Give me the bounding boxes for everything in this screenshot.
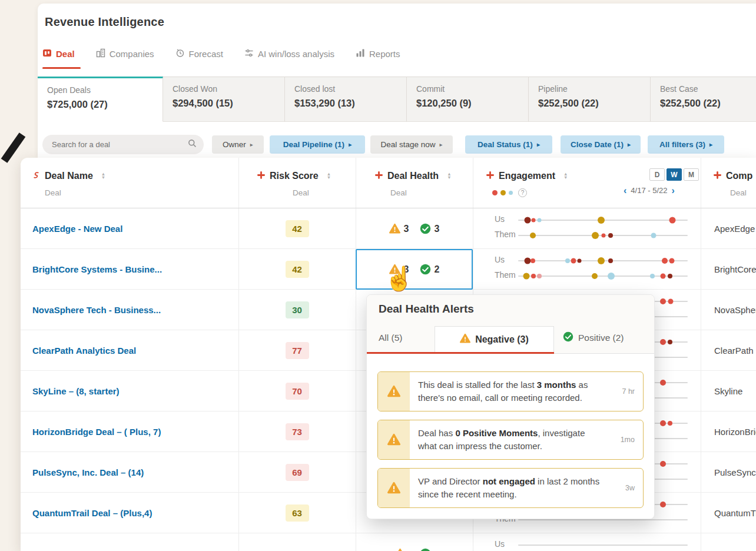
screenshot-root: Revenue Intelligence Deal Companies Fore… [0,0,756,551]
us-label: Us [495,255,505,264]
card-closed-won[interactable]: Closed Won $294,500 (15) [163,77,285,122]
filter-owner[interactable]: Owner▸ [212,135,264,154]
alert-card[interactable]: VP and Director not engaged in last 2 mo… [377,468,644,508]
card-open-deals[interactable]: Open Deals $725,000 (27) [38,77,163,122]
popup-tab-positive[interactable]: Positive (2) [563,323,624,352]
sort-icon[interactable]: ▲▼ [101,172,105,180]
engagement-dot [668,299,674,304]
filter-deal-status[interactable]: Deal Status (1)▸ [465,135,552,154]
card-commit[interactable]: Commit $120,250 (9) [407,77,529,122]
engagement-dot [598,217,605,224]
engagement-cell[interactable]: Us Them [473,249,701,290]
forecast-icon [175,48,185,59]
deal-search[interactable] [42,135,204,154]
tab-deal[interactable]: Deal [42,48,75,59]
column-title[interactable]: Deal Name [45,171,93,181]
sort-icon[interactable]: ▲▼ [327,172,331,180]
card-value: $153,290 (13) [294,98,397,109]
deal-health-cell[interactable]: 3 3 [356,208,473,249]
engagement-cell[interactable]: Us Them [473,533,701,551]
deal-health-cell[interactable] [356,533,473,551]
deal-name-link[interactable]: HorizonBridge Deal – ( Plus, 7) [32,411,233,452]
table-header: Deal Name ▲▼ Deal Risk Score ▲▼ Deal Dea… [21,158,756,208]
tab-ai-winloss[interactable]: AI win/loss analysis [244,48,334,59]
deal-name-link[interactable]: NovaSphere Tech - Business... [32,290,233,330]
card-closed-lost[interactable]: Closed lost $153,290 (13) [285,77,407,122]
card-best-case[interactable]: Best Case $252,500 (22) [651,77,756,122]
tab-ai-winloss-label: AI win/loss analysis [258,49,334,59]
check-icon [420,223,431,234]
tab-forecast[interactable]: Forecast [175,48,223,59]
toggle-month-button[interactable]: M [684,168,699,181]
filter-close-date[interactable]: Close Date (1)▸ [561,135,641,154]
field-cross-icon [714,171,721,181]
deal-name-link[interactable]: SkyLine – (8, starter) [32,371,233,411]
deal-name-link[interactable]: PulseSync, Inc. Deal – (14) [32,452,233,493]
table-row: Us Them [21,533,756,551]
deal-health-cell[interactable]: 3 2 [356,249,473,290]
alert-time: 7 hr [622,387,635,396]
main-nav: Deal Companies Forecast AI win/loss anal… [42,48,400,59]
alert-card[interactable]: This deal is stalled for the last 3 mont… [377,371,644,411]
warning-icon [378,469,410,507]
popup-tab-label: All (5) [379,333,402,343]
engagement-dot [669,217,676,224]
alert-time: 3w [625,484,635,492]
negative-alert-count: 3 [404,224,409,234]
tab-forecast-label: Forecast [189,49,223,59]
engagement-cell[interactable]: Us Them [473,208,701,249]
warning-icon [378,420,410,459]
engagement-dot [660,298,666,304]
engagement-dot [668,274,672,278]
company-cell: Skyline [701,371,756,411]
tab-reports[interactable]: Reports [356,48,400,59]
table-row: BrightCore Systems - Busine... 42 3 2 Us… [21,249,756,290]
column-title[interactable]: Engagement [499,171,555,181]
toggle-week-button[interactable]: W [667,168,682,181]
risk-score-cell [238,533,356,551]
deal-name-link[interactable]: ApexEdge - New Deal [32,208,233,249]
deal-name-link[interactable]: BrightCore Systems - Busine... [32,249,233,290]
prev-range-icon[interactable]: ‹ [624,187,626,195]
card-value: $725,000 (27) [47,99,153,110]
engagement-dot [660,461,666,467]
reports-icon [356,48,365,59]
deal-name-link[interactable]: ClearPath Analytics Deal [32,330,233,371]
column-title[interactable]: Deal Health [387,171,439,181]
popup-tab-all[interactable]: All (5) [379,323,402,352]
legend-dot-red [492,190,498,195]
help-icon[interactable]: ? [518,188,527,197]
engagement-dot [524,217,530,224]
field-cross-icon [486,171,494,181]
sort-icon[interactable]: ▲▼ [447,172,451,180]
search-input[interactable] [52,140,188,149]
engagement-dot [565,258,570,263]
tab-reports-label: Reports [369,49,400,59]
deal-name-link[interactable] [32,533,233,551]
next-range-icon[interactable]: › [671,187,674,195]
risk-score-badge: 69 [286,464,309,481]
deal-name-link[interactable]: QuantumTrail Deal – (Plus,4) [32,493,233,533]
filter-deal-stage[interactable]: Deal stage now▸ [370,135,453,154]
popup-header: Deal Health Alerts [367,295,654,323]
engagement-dot [660,339,666,345]
column-title[interactable]: Risk Score [270,171,319,181]
card-pipeline[interactable]: Pipeline $252,500 (22) [529,77,651,122]
risk-score-cell: 69 [238,452,356,493]
column-title[interactable]: Comp [726,171,752,181]
engagement-dot [592,273,598,279]
chevron-right-icon: ▸ [537,141,540,148]
company-cell: NovaSphere [701,290,756,330]
engagement-dot [598,257,605,264]
tab-companies[interactable]: Companies [96,48,154,59]
date-range-label: 4/17 - 5/22 [631,186,667,195]
toggle-day-button[interactable]: D [649,168,665,181]
alert-card[interactable]: Deal has 0 Positive Moments, investigate… [377,420,644,460]
sort-icon[interactable]: ▲▼ [563,172,568,180]
legend-dot-blue [509,191,513,195]
col-company: Comp Deal [701,158,756,208]
filter-deal-pipeline[interactable]: Deal Pipeline (1)▸ [270,135,365,154]
popup-tab-negative[interactable]: Negative (3) [435,326,554,352]
filter-all-filters[interactable]: All filters (3)▸ [648,135,724,154]
popup-tabs: All (5) Negative (3) Positive (2) [367,323,654,354]
